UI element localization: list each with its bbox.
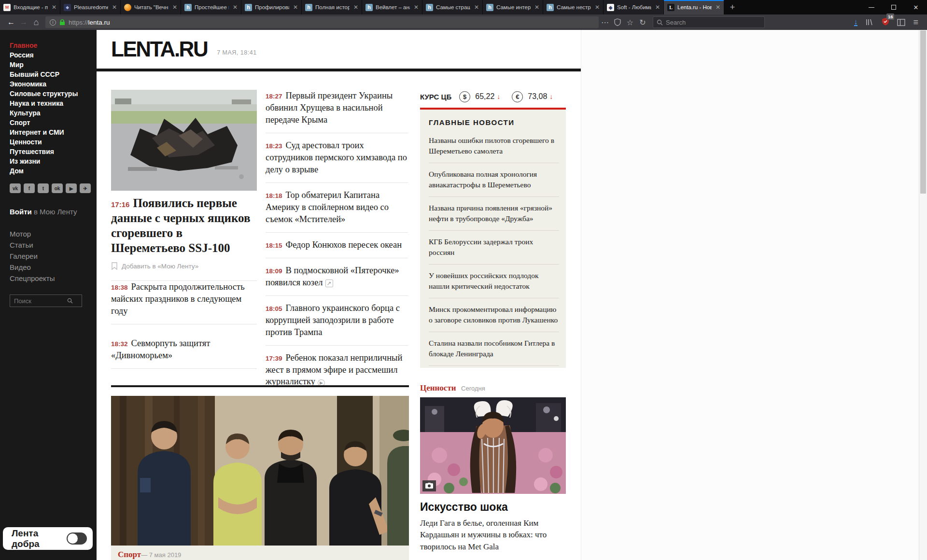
news-item[interactable]: 18:09В подмосковной «Пятерочке» появился… — [266, 258, 408, 295]
values-article-title[interactable]: Искусство шока — [420, 501, 566, 514]
browser-tab[interactable]: Профилирова ✕ — [241, 0, 302, 14]
browser-tab[interactable]: Читать "Вечны ✕ — [121, 0, 181, 14]
back-icon[interactable]: ← — [5, 18, 17, 27]
news-item[interactable]: 17:39Ребенок показал неприличный жест в … — [266, 345, 408, 395]
news-item[interactable]: 18:05Главного украинского борца с корруп… — [266, 295, 408, 345]
new-tab-button[interactable]: + — [724, 0, 741, 14]
sidebar-secondary-link[interactable]: Мотор — [10, 228, 97, 239]
lenta-logo[interactable]: LENTA.RU — [111, 37, 207, 61]
facebook-icon[interactable]: f — [24, 183, 35, 193]
browser-search-input[interactable] — [666, 19, 748, 26]
browser-tab[interactable]: Самые страшн ✕ — [422, 0, 483, 14]
top-news-item[interactable]: Названа причина появления «грязной» нефт… — [429, 197, 559, 231]
home-icon[interactable]: ⌂ — [30, 17, 42, 28]
rubric-link[interactable]: Ценности — [420, 383, 456, 392]
sport-photo-wrap[interactable] — [111, 396, 409, 546]
top-news-item[interactable]: У новейших российских подлодок нашли кри… — [429, 265, 559, 298]
sidebar-nav-item[interactable]: Путешествия — [10, 147, 97, 156]
pocket-shield-icon[interactable] — [614, 18, 621, 26]
tab-close-icon[interactable]: ✕ — [594, 4, 600, 11]
values-photo-wrap[interactable] — [420, 397, 566, 494]
browser-tab[interactable]: Полная истори ✕ — [302, 0, 362, 14]
window-minimize-button[interactable] — [860, 0, 883, 14]
sidebar-nav-item[interactable]: Спорт — [10, 118, 97, 127]
sidebar-nav-item[interactable]: Главное — [10, 41, 97, 50]
site-search-box[interactable] — [10, 294, 82, 307]
tab-close-icon[interactable]: ✕ — [654, 4, 660, 11]
youtube-icon[interactable]: ▶ — [66, 183, 77, 193]
library-icon[interactable] — [865, 18, 874, 26]
kindness-toggle[interactable] — [67, 532, 87, 545]
browser-tab[interactable]: Soft - Любимы ✕ — [604, 0, 664, 14]
top-news-item[interactable]: КГБ Белоруссии задержал троих россиян — [429, 231, 559, 265]
tab-close-icon[interactable]: ✕ — [171, 4, 177, 11]
news-item[interactable]: 18:27Первый президент Украины обвинил Хр… — [266, 90, 408, 133]
lead-photo-plane-wreckage[interactable] — [111, 90, 257, 191]
news-item[interactable]: 18:32Севморпуть защитят «Дивноморьем» — [111, 331, 257, 376]
sidebar-nav-item[interactable]: Ценности — [10, 137, 97, 147]
sidebar-nav-item[interactable]: Из жизни — [10, 156, 97, 166]
tab-close-icon[interactable]: ✕ — [534, 4, 539, 11]
top-news-item[interactable]: Минск прокомментировал информацию о заго… — [429, 298, 559, 332]
refresh-icon[interactable]: ↻ — [636, 18, 649, 27]
adblock-button[interactable]: 16 — [882, 17, 889, 28]
login-link[interactable]: Войти в Мою Ленту — [0, 193, 97, 216]
forward-icon[interactable]: → — [17, 18, 30, 27]
sidebar-nav-item[interactable]: Экономика — [10, 79, 97, 89]
sidebar-toggle-icon[interactable] — [897, 19, 905, 26]
sidebar-nav-item[interactable]: Дом — [10, 166, 97, 176]
vk-icon[interactable]: vk — [10, 183, 21, 193]
browser-tab[interactable]: Входящие - ml ✕ — [0, 0, 60, 14]
top-news-item[interactable]: Названы ошибки пилотов сгоревшего в Шере… — [429, 129, 559, 163]
twitter-icon[interactable]: t — [38, 183, 49, 193]
menu-icon[interactable]: ≡ — [913, 17, 918, 28]
news-item[interactable]: 18:38Раскрыта продолжительность майских … — [111, 281, 257, 331]
sidebar-nav-item[interactable]: Россия — [10, 50, 97, 60]
sidebar-secondary-link[interactable]: Видео — [10, 262, 97, 273]
tab-close-icon[interactable]: ✕ — [352, 4, 358, 11]
sidebar-nav-item[interactable]: Интернет и СМИ — [10, 127, 97, 137]
browser-tab[interactable]: Простейшее п ✕ — [181, 0, 241, 14]
sidebar-nav-item[interactable]: Культура — [10, 108, 97, 118]
page-scrollbar[interactable] — [919, 30, 927, 560]
browser-tab[interactable]: Самые интерес ✕ — [483, 0, 543, 14]
news-item[interactable]: 18:23Суд арестовал троих сотрудников пер… — [266, 133, 408, 182]
lead-article[interactable]: 17:16Появились первые данные с черных ящ… — [111, 196, 257, 255]
tab-close-icon[interactable]: ✕ — [111, 4, 117, 11]
top-news-item[interactable]: Сталина назвали пособником Гитлера в бло… — [429, 332, 559, 366]
sidebar-nav-item[interactable]: Мир — [10, 60, 97, 70]
news-item[interactable]: 18:18Тор обматерил Капитана Америку в сп… — [266, 182, 408, 232]
site-info-icon[interactable]: i — [50, 19, 56, 26]
downloads-icon[interactable]: ↓ — [854, 18, 858, 26]
url-bar[interactable]: i https://lenta.ru — [45, 16, 599, 28]
site-search-input[interactable] — [14, 297, 67, 305]
sport-rubric-link[interactable]: Спорт — [118, 550, 141, 559]
scrollbar-thumb[interactable] — [920, 30, 926, 194]
odnoklassniki-icon[interactable]: ok — [52, 183, 63, 193]
browser-search-box[interactable] — [653, 16, 765, 28]
sidebar-secondary-link[interactable]: Спецпроекты — [10, 273, 97, 284]
telegram-icon[interactable]: ✈ — [80, 183, 91, 193]
browser-tab[interactable]: Pleasuredome ✕ — [60, 0, 121, 14]
page-actions-icon[interactable]: ⋯ — [599, 18, 611, 27]
window-close-button[interactable]: ✕ — [905, 0, 927, 14]
tab-close-icon[interactable]: ✕ — [715, 4, 720, 11]
add-to-feed-row[interactable]: Добавить в «Мою Ленту» — [111, 262, 257, 270]
tab-close-icon[interactable]: ✕ — [51, 4, 56, 11]
tab-close-icon[interactable]: ✕ — [232, 4, 238, 11]
browser-tab[interactable]: Вейвлет – анал ✕ — [362, 0, 422, 14]
sidebar-nav-item[interactable]: Силовые структуры — [10, 89, 97, 98]
tab-close-icon[interactable]: ✕ — [413, 4, 419, 11]
sidebar-secondary-link[interactable]: Галереи — [10, 251, 97, 262]
browser-tab[interactable]: Самые нестра ✕ — [543, 0, 604, 14]
bookmark-star-icon[interactable]: ☆ — [624, 18, 636, 27]
window-maximize-button[interactable] — [883, 0, 905, 14]
sidebar-secondary-link[interactable]: Статьи — [10, 239, 97, 251]
tab-close-icon[interactable]: ✕ — [292, 4, 298, 11]
tab-close-icon[interactable]: ✕ — [473, 4, 479, 11]
top-news-item[interactable]: Опубликована полная хронология авиакатас… — [429, 163, 559, 197]
news-item[interactable]: 18:15Федор Конюхов пересек океан — [266, 232, 408, 258]
browser-tab[interactable]: Lenta.ru - Ново ✕ — [664, 0, 724, 14]
sidebar-nav-item[interactable]: Наука и техника — [10, 98, 97, 108]
sidebar-nav-item[interactable]: Бывший СССР — [10, 70, 97, 79]
